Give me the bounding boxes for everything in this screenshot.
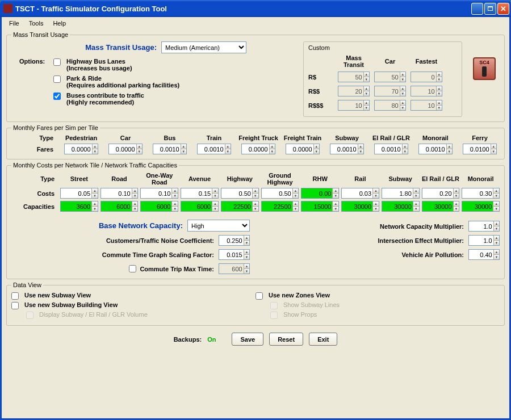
cap-monorail[interactable]: ▲▼ (462, 201, 500, 212)
custom-rr-mt[interactable]: ▲▼ (338, 86, 370, 96)
commute-scale-value[interactable]: ▲▼ (219, 249, 250, 260)
cap-gnd-highway[interactable]: ▲▼ (261, 201, 299, 212)
group-fares: Monthly Fares per Sim per Tile Type Pede… (6, 124, 505, 159)
menubar: File Tools Help (2, 17, 509, 30)
chk-display-volume (26, 312, 33, 319)
netcap-mult-value[interactable]: ▲▼ (468, 221, 500, 232)
cost-street[interactable]: ▲▼ (60, 188, 98, 199)
lbl-buses-traffic: Buses contribute to traffic (66, 92, 144, 99)
fare-pedestrian[interactable]: ▲▼ (64, 144, 98, 154)
cap-hdr-7: Rail (341, 175, 379, 182)
cap-hdr-8: Subway (382, 175, 420, 182)
fare-elrail[interactable]: ▲▼ (374, 144, 408, 154)
cost-gnd-highway[interactable]: ▲▼ (261, 188, 299, 199)
cost-monorail[interactable]: ▲▼ (462, 188, 500, 199)
fare-subway[interactable]: ▲▼ (330, 144, 364, 154)
cap-street[interactable]: ▲▼ (60, 201, 98, 212)
cap-highway[interactable]: ▲▼ (221, 201, 259, 212)
fares-hdr-3: Train (194, 135, 234, 141)
lbl-park-ride: Park & Ride (66, 75, 102, 82)
cap-oneway[interactable]: ▲▼ (140, 201, 178, 212)
close-button[interactable]: ✕ (497, 3, 509, 15)
fare-monorail[interactable]: ▲▼ (418, 144, 453, 154)
air-value[interactable]: ▲▼ (468, 249, 500, 260)
minimize-button[interactable]: _ (471, 3, 483, 15)
custom-rr-fast[interactable]: ▲▼ (411, 86, 442, 96)
menu-help[interactable]: Help (49, 19, 70, 28)
fare-freight-truck[interactable]: ▲▼ (241, 144, 275, 154)
cap-hdr-0: Street (60, 175, 98, 182)
legend-dataview: Data View (11, 282, 43, 288)
mtu-label: Mass Transit Usage: (11, 43, 161, 52)
cost-rhw[interactable]: ▲▼ (301, 188, 339, 199)
chk-bus-lanes[interactable] (53, 58, 61, 66)
cost-road[interactable]: ▲▼ (100, 188, 139, 199)
custom-hdr-mt: Mass Transit (338, 54, 370, 68)
cost-oneway[interactable]: ▲▼ (140, 188, 178, 199)
custom-row-r: R$ (308, 74, 333, 81)
fares-hdr-2: Bus (150, 135, 190, 141)
fare-car[interactable]: ▲▼ (108, 144, 143, 154)
sub-park-ride: (Requires additional parking facilities) (66, 82, 179, 89)
fares-hdr-6: Subway (327, 135, 367, 141)
group-custom: Custom Mass Transit Car Fastest R$ ▲▼ ▲▼… (303, 41, 462, 117)
base-capacity-label: Base Network Capacity: (11, 221, 187, 230)
cap-avenue[interactable]: ▲▼ (181, 201, 219, 212)
commute-max-value[interactable]: ▲▼ (219, 263, 250, 274)
legend-costs: Monthly Costs per Network Tile / Network… (11, 162, 179, 169)
noise-value[interactable]: ▲▼ (219, 235, 250, 246)
custom-rr-car[interactable]: ▲▼ (374, 86, 406, 96)
cost-rail[interactable]: ▲▼ (341, 188, 379, 199)
cost-avenue[interactable]: ▲▼ (181, 188, 219, 199)
cap-elrail[interactable]: ▲▼ (422, 201, 460, 212)
cap-rhw[interactable]: ▲▼ (301, 201, 339, 212)
chk-subway-building[interactable] (11, 302, 19, 309)
sub-bus-lanes: (Increases bus usage) (66, 65, 132, 72)
legend-fares: Monthly Fares per Sim per Tile (11, 124, 100, 131)
fare-ferry[interactable]: ▲▼ (463, 144, 497, 154)
lbl-zones-view: Use new Zones View (269, 292, 330, 299)
cost-elrail[interactable]: ▲▼ (422, 188, 460, 199)
intersection-value[interactable]: ▲▼ (468, 235, 500, 246)
exit-button[interactable]: Exit (309, 333, 337, 346)
lbl-display-volume: Display Subway / El Rail / GLR Volume (39, 311, 148, 318)
chk-commute-max[interactable] (129, 265, 136, 272)
save-button[interactable]: Save (232, 333, 263, 346)
mtu-select[interactable]: Medium (American) (161, 41, 246, 53)
cap-hdr-4: Highway (221, 175, 259, 182)
cap-rail[interactable]: ▲▼ (341, 201, 379, 212)
base-capacity-select[interactable]: High (187, 220, 250, 232)
cost-highway[interactable]: ▲▼ (221, 188, 259, 199)
cap-road[interactable]: ▲▼ (100, 201, 139, 212)
custom-hdr-fast: Fastest (411, 58, 442, 65)
chk-buses-traffic[interactable] (53, 93, 61, 100)
custom-r-car[interactable]: ▲▼ (374, 72, 406, 82)
custom-r-fast[interactable]: ▲▼ (411, 72, 442, 82)
custom-r-mt[interactable]: ▲▼ (338, 72, 370, 82)
custom-rrr-mt[interactable]: ▲▼ (338, 100, 370, 111)
chk-show-props (270, 312, 278, 319)
custom-rrr-car[interactable]: ▲▼ (374, 100, 406, 111)
chk-zones-view[interactable] (256, 292, 263, 300)
reset-button[interactable]: Reset (269, 333, 303, 346)
app-icon (3, 4, 12, 13)
custom-rrr-fast[interactable]: ▲▼ (411, 100, 442, 111)
menu-file[interactable]: File (5, 19, 23, 28)
chk-park-ride[interactable] (53, 75, 61, 83)
fare-train[interactable]: ▲▼ (197, 144, 231, 154)
lbl-subway-building: Use new Subway Building View (24, 301, 118, 308)
cap-subway[interactable]: ▲▼ (382, 201, 420, 212)
cost-subway[interactable]: ▲▼ (382, 188, 420, 199)
custom-row-rrr: R$$$ (308, 102, 333, 109)
fare-freight-train[interactable]: ▲▼ (286, 144, 320, 154)
fares-hdr-8: Monorail (416, 135, 455, 141)
menu-tools[interactable]: Tools (25, 19, 48, 28)
cap-hdr-6: RHW (301, 175, 339, 182)
maximize-button[interactable] (484, 3, 496, 15)
sub-buses-traffic: (Highly recommended) (66, 99, 144, 106)
fares-hdr-7: El Rail / GLR (371, 135, 411, 141)
costs-row-label: Costs (11, 190, 58, 197)
fare-bus[interactable]: ▲▼ (153, 144, 187, 154)
chk-subway-view[interactable] (11, 292, 19, 300)
group-costs: Monthly Costs per Network Tile / Network… (6, 162, 505, 279)
